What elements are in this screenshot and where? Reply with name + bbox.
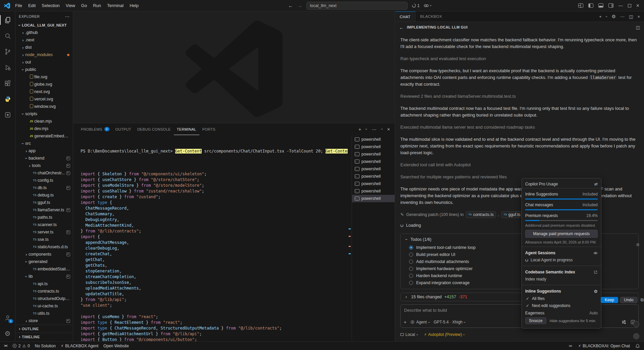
tree-item[interactable]: JSgenerateEmbeddedS... — [15, 132, 73, 140]
maximize-panel-icon[interactable]: › — [380, 129, 384, 130]
add-context-icon[interactable]: + — [404, 319, 406, 325]
panel-tab-debug-console[interactable]: DEBUG CONSOLE — [134, 123, 174, 135]
activity-settings[interactable]: ⚙ — [0, 325, 15, 341]
copy-icon[interactable]: ⧉ — [641, 297, 644, 303]
tree-item[interactable]: ›.next — [15, 36, 73, 44]
activity-run-debug[interactable] — [0, 59, 15, 75]
activity-account[interactable]: 1 — [0, 310, 15, 325]
menu-file[interactable]: File — [12, 3, 25, 8]
open-chat-editor-icon[interactable]: ◫ — [636, 25, 640, 30]
external-link-icon[interactable] — [594, 270, 598, 274]
tree-item[interactable]: TSchatOrchestr... — [15, 169, 73, 177]
panel-tab-output[interactable]: OUTPUT — [112, 123, 134, 135]
suggestions-gear-icon[interactable]: ⚙ — [594, 289, 598, 294]
problems-status[interactable]: 2 ⚠ 0 — [12, 344, 30, 348]
tree-item[interactable]: TScontracts.ts — [15, 288, 73, 295]
chat-input-box[interactable]: + Agent › GPT-5.4 · Xhigh › — [400, 304, 639, 328]
model-picker[interactable]: GPT-5.4 · Xhigh › — [434, 319, 465, 325]
activity-search[interactable] — [0, 28, 15, 44]
terminal-instance[interactable]: >_powershell — [352, 180, 395, 187]
window-maximize-icon[interactable] — [628, 4, 631, 7]
terminal-instance[interactable]: >_powershell — [352, 173, 395, 180]
toggle-panel-icon[interactable] — [598, 3, 603, 8]
nav-back-icon[interactable]: ← — [288, 3, 293, 8]
sidebar-section-outline[interactable]: ›OUTLINE — [15, 324, 73, 333]
window-minimize-icon[interactable]: — — [618, 3, 623, 8]
terminal-instance[interactable]: >_powershell — [352, 165, 395, 173]
close-chat-icon[interactable]: × — [637, 14, 640, 19]
snooze-button[interactable]: Snooze — [525, 317, 546, 324]
tree-item[interactable]: ›tools — [15, 162, 73, 169]
toggle-sidebar-icon[interactable] — [588, 3, 593, 8]
tree-item[interactable]: TSembeddedStatic.ge... — [15, 265, 73, 273]
tree-item[interactable]: ›generated — [15, 258, 73, 265]
tree-item[interactable]: ›node_modules — [15, 51, 73, 58]
tree-item[interactable]: next.svg — [15, 88, 73, 95]
tree-item[interactable]: TSgguf.ts — [15, 199, 73, 206]
window-close-icon[interactable]: × — [636, 3, 639, 9]
chat-dropdown-chevron-icon[interactable]: › — [605, 16, 608, 17]
activity-blackbox[interactable] — [0, 107, 15, 123]
tree-item[interactable]: file.svg — [15, 73, 73, 81]
tune-sliders-icon[interactable] — [622, 320, 626, 324]
menu-run[interactable]: Run — [90, 3, 104, 8]
terminal-instance[interactable]: >_powershell — [352, 158, 395, 165]
tree-item[interactable]: TSstructuredOutput.ts — [15, 295, 73, 302]
tree-item[interactable]: window.svg — [15, 103, 73, 110]
autopilot-toggle[interactable]: ⚡ Autopilot (Preview) › — [424, 331, 464, 338]
tree-item[interactable]: TSllamaServer.ts — [15, 206, 73, 214]
remote-indicator[interactable]: >< — [4, 344, 7, 348]
chat-settings-gear-icon[interactable]: ⚙ — [612, 14, 616, 19]
round-action-icon[interactable] — [633, 333, 639, 339]
sidebar-section-timeline[interactable]: ›TIMELINE — [15, 333, 73, 341]
menu-terminal[interactable]: Terminal — [104, 3, 127, 8]
tree-item[interactable]: ›dist — [15, 44, 73, 51]
menu-view[interactable]: View — [63, 3, 78, 8]
file-chip[interactable]: TScontracts.ts — [466, 211, 496, 218]
menu-edit[interactable]: Edit — [25, 3, 39, 8]
tree-item[interactable]: ›out — [15, 58, 73, 66]
tree-item[interactable]: TSsse.ts — [15, 236, 73, 243]
nav-forward-icon[interactable]: → — [297, 3, 302, 8]
tree-item[interactable]: ›src — [15, 140, 73, 147]
panel-tab-ports[interactable]: PORTS — [199, 123, 218, 135]
file-chip[interactable]: TSgguf.ts — [501, 211, 523, 218]
tree-item[interactable]: TSstaticAssets.d.ts — [15, 243, 73, 251]
new-terminal-icon[interactable]: + — [358, 127, 361, 132]
eye-icon[interactable] — [593, 251, 598, 255]
more-actions-icon[interactable]: ⋯ — [65, 14, 69, 19]
menu-go[interactable]: Go — [78, 3, 90, 8]
toggle-secondary-sidebar-icon[interactable] — [608, 3, 613, 8]
tree-item[interactable]: ›public — [15, 66, 73, 73]
terminal-instance[interactable]: >_powershell — [352, 136, 395, 143]
tree-item[interactable]: TSscanner.ts — [15, 221, 73, 228]
checkbox-next-edit-suggestions[interactable]: ✓Next edit suggestions — [525, 302, 598, 309]
usage-settings-icon[interactable]: ⇄ — [594, 182, 598, 186]
tree-item[interactable]: ›components — [15, 251, 73, 258]
terminal-profile-chevron-icon[interactable]: › — [365, 129, 368, 130]
broadcast-icon[interactable] — [568, 344, 573, 348]
tree-root[interactable]: › LOCAL_LLM_GUI_NEXT — [15, 21, 73, 29]
split-editor-icon[interactable]: ◫ — [629, 14, 633, 19]
tree-item[interactable]: ›backend — [15, 155, 73, 162]
tree-item[interactable]: TSconfig.ts — [15, 177, 73, 184]
undo-button[interactable]: Undo — [620, 297, 637, 303]
checkbox-all-files[interactable]: ✓All files — [525, 295, 598, 302]
chat-more-actions-icon[interactable]: ⋯ — [620, 14, 625, 19]
solution-status[interactable]: No Solution — [35, 344, 56, 348]
terminal-instance[interactable]: >_powershell — [352, 195, 395, 202]
tree-item[interactable]: TSui-cache.ts — [15, 302, 73, 310]
tree-item[interactable]: ›scripts — [15, 110, 73, 118]
tree-item[interactable]: JSdev.mjs — [15, 125, 73, 132]
panel-tab-terminal[interactable]: TERMINAL — [174, 123, 199, 135]
tree-item[interactable]: TSserver.ts — [15, 228, 73, 236]
tree-item[interactable]: TSdb.ts — [15, 184, 73, 191]
blackboxai-open-chat[interactable]: ⚡BLACKBOXAI: Open Chat — [578, 344, 630, 348]
tree-item[interactable]: TSapi.ts — [15, 280, 73, 288]
tree-item[interactable]: TSpaths.ts — [15, 214, 73, 221]
terminal-instance[interactable]: >_powershell — [352, 187, 395, 195]
tree-item[interactable]: globe.svg — [15, 81, 73, 88]
activity-extensions[interactable] — [0, 75, 15, 91]
terminal-scrollbar[interactable] — [348, 135, 352, 341]
activity-source-control[interactable] — [0, 44, 15, 59]
